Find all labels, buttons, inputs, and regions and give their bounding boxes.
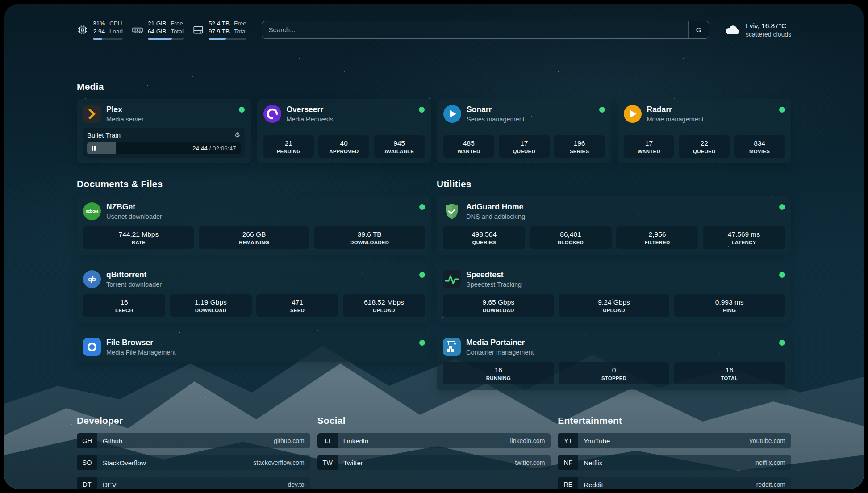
service-card-radarr[interactable]: Radarr Movie management 17WANTED 22QUEUE… — [618, 99, 792, 163]
bookmark-reddit[interactable]: RE Reddit reddit.com — [558, 477, 791, 489]
cpu-value: 31% — [93, 20, 105, 28]
stat-box: 0STOPPED — [559, 362, 670, 384]
service-subtitle: Usenet downloader — [106, 213, 162, 220]
bookmark-dev[interactable]: DT DEV dev.to — [77, 477, 310, 489]
stat-label: STOPPED — [561, 376, 667, 381]
utilities-section-title: Utilities — [437, 179, 791, 189]
bookmark-url: youtube.com — [750, 437, 785, 444]
cpu-load-label: Load — [109, 28, 123, 36]
memory-total-label: Total — [171, 28, 184, 36]
stat-value: 16 — [446, 366, 551, 374]
bookmark-name: DEV — [103, 481, 117, 489]
stat-label: SEED — [259, 308, 336, 313]
service-name: qBittorrent — [106, 270, 162, 280]
disk-icon — [192, 24, 204, 36]
stat-box: 485WANTED — [443, 135, 494, 158]
nzbget-icon: nzbget — [83, 202, 101, 220]
utilities-section: Utilities AdGuard Home DNS and adblockin… — [437, 179, 791, 390]
status-dot — [419, 272, 425, 278]
stat-value: 86,401 — [532, 230, 609, 238]
status-dot — [599, 107, 605, 113]
sonarr-icon — [443, 105, 461, 123]
bookmark-youtube[interactable]: YT YouTube youtube.com — [558, 433, 791, 448]
top-bar: 31% 2.94 CPU Load — [77, 20, 791, 40]
social-section: Social LI LinkedIn linkedin.com TW Twitt… — [317, 415, 551, 489]
bookmark-url: twitter.com — [515, 459, 545, 466]
stat-label: QUEUED — [681, 149, 727, 154]
stat-label: WANTED — [446, 149, 492, 154]
stat-label: FILTERED — [619, 240, 696, 245]
bookmark-stackoverflow[interactable]: SO StackOverflow stackoverflow.com — [77, 455, 310, 470]
media-section: Media Plex Media server — [77, 81, 791, 163]
search-input[interactable] — [262, 21, 688, 38]
disk-free-label: Free — [234, 20, 247, 28]
service-subtitle: Series management — [467, 116, 525, 123]
filebrowser-icon — [83, 338, 101, 356]
stat-label: BLOCKED — [532, 240, 609, 245]
stat-box: 2,956FILTERED — [616, 226, 698, 249]
service-card-speedtest[interactable]: Speedtest Speedtest Tracking 9.65 GbpsDO… — [437, 264, 791, 322]
service-subtitle: Container management — [466, 349, 534, 356]
service-card-filebrowser[interactable]: File Browser Media File Management — [77, 332, 431, 362]
stat-box: 498,564QUERIES — [443, 226, 525, 249]
service-card-plex[interactable]: Plex Media server Bullet Train ⚙ — [77, 99, 251, 163]
stat-value: 945 — [376, 139, 422, 147]
cpu-usage-bar — [93, 38, 123, 40]
stat-value: 21 — [266, 139, 312, 147]
service-card-qbittorrent[interactable]: qb qBittorrent Torrent downloader 16LEEC… — [77, 264, 431, 322]
stat-label: AVAILABLE — [376, 149, 422, 154]
status-dot — [779, 107, 785, 113]
bookmark-linkedin[interactable]: LI LinkedIn linkedin.com — [317, 433, 551, 448]
service-card-portainer[interactable]: Media Portainer Container management 16R… — [437, 332, 791, 390]
stat-label: RATE — [86, 240, 192, 245]
media-section-title: Media — [77, 81, 791, 92]
stat-value: 1.19 Gbps — [172, 298, 249, 306]
service-subtitle: Torrent downloader — [106, 281, 162, 288]
stat-label: UPLOAD — [561, 308, 667, 313]
stat-label: QUERIES — [446, 240, 522, 245]
service-card-overseerr[interactable]: Overseerr Media Requests 21PENDING 40APP… — [257, 99, 431, 163]
stat-box: 1.19 GbpsDOWNLOAD — [170, 294, 252, 317]
screen: 31% 2.94 CPU Load — [0, 0, 868, 493]
service-subtitle: DNS and adblocking — [466, 213, 525, 220]
gear-icon[interactable]: ⚙ — [234, 131, 240, 139]
service-card-sonarr[interactable]: Sonarr Series management 485WANTED 17QUE… — [437, 99, 611, 163]
disk-free-value: 52.4 TB — [209, 20, 230, 28]
bookmark-name: Github — [103, 437, 122, 445]
twitter-icon: TW — [317, 455, 338, 470]
service-card-nzbget[interactable]: nzbget NZBGet Usenet downloader 744.21 M… — [77, 196, 431, 255]
stat-box: 471SEED — [256, 294, 338, 317]
resource-widgets: 31% 2.94 CPU Load — [77, 20, 246, 40]
cpu-label: CPU — [109, 20, 123, 28]
plex-icon — [83, 105, 101, 123]
stat-value: 47.569 ms — [705, 230, 782, 238]
stat-box: 16RUNNING — [443, 362, 554, 384]
stat-value: 2,956 — [619, 230, 696, 238]
qbittorrent-icon: qb — [83, 270, 101, 288]
adguard-icon — [443, 202, 461, 220]
stat-value: 485 — [446, 139, 492, 147]
netflix-icon: NF — [558, 455, 578, 470]
bookmark-netflix[interactable]: NF Netflix netflix.com — [558, 455, 791, 470]
service-name: NZBGet — [106, 202, 162, 212]
youtube-icon: YT — [558, 433, 578, 448]
stat-box: 945AVAILABLE — [374, 135, 425, 158]
playback-progress-bar: 24:44 / 02:06:47 — [87, 142, 241, 154]
cloud-icon — [724, 24, 740, 36]
service-card-adguard[interactable]: AdGuard Home DNS and adblocking 498,564Q… — [437, 196, 791, 255]
bookmark-name: Reddit — [584, 481, 603, 489]
weather-location: Lviv, 16.87°C — [746, 21, 791, 30]
stat-box: 86,401BLOCKED — [530, 226, 612, 249]
bookmark-twitter[interactable]: TW Twitter twitter.com — [317, 455, 551, 470]
disk-total-label: Total — [234, 28, 247, 36]
service-subtitle: Media File Management — [106, 349, 176, 356]
search-provider-button[interactable]: G — [688, 21, 709, 38]
service-name: AdGuard Home — [466, 202, 525, 212]
bookmark-github[interactable]: GH Github github.com — [77, 433, 310, 448]
service-name: Plex — [106, 105, 144, 114]
service-name: Radarr — [647, 105, 704, 114]
overseerr-icon — [263, 105, 281, 123]
service-subtitle: Media server — [106, 116, 144, 123]
playback-time: 24:44 / 02:06:47 — [192, 145, 236, 152]
dashboard: 31% 2.94 CPU Load — [4, 4, 864, 489]
